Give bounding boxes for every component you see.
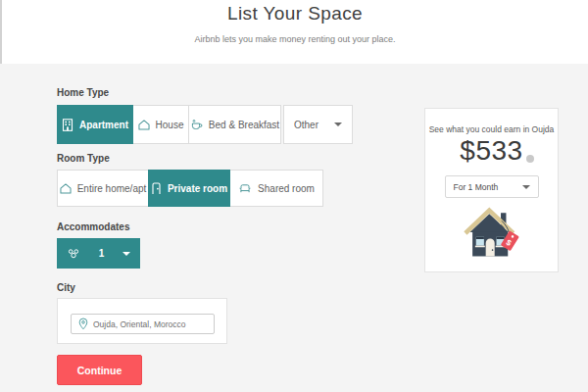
info-icon[interactable] <box>526 155 534 163</box>
accommodates-dropdown[interactable]: 1 <box>57 238 140 269</box>
option-label: Private room <box>168 183 227 194</box>
home-type-label: Home Type <box>57 87 109 98</box>
home-type-options: Apartment House Bed & Breakfast Other <box>57 105 353 144</box>
option-label: Entire home/apt <box>77 183 147 194</box>
period-value: For 1 Month <box>454 182 499 192</box>
room-type-entire-home-button[interactable]: Entire home/apt <box>57 170 149 207</box>
door-icon <box>151 182 162 195</box>
page-header: List Your Space Airbnb lets you make mon… <box>0 0 588 64</box>
home-type-other-dropdown[interactable]: Other <box>283 105 353 144</box>
chevron-down-icon <box>522 185 530 189</box>
continue-button[interactable]: Continue <box>57 355 142 385</box>
list-your-space-page: List Your Space Airbnb lets you make mon… <box>0 0 588 392</box>
chevron-down-icon <box>334 122 342 126</box>
coffee-cup-icon <box>190 119 203 131</box>
home-type-bed-breakfast-button[interactable]: Bed & Breakfast <box>188 105 281 144</box>
option-label: Apartment <box>79 120 128 130</box>
city-label: City <box>57 282 75 293</box>
room-type-options: Entire home/apt Private room Shared room <box>57 170 323 207</box>
option-label: Bed & Breakfast <box>209 120 279 130</box>
apartment-icon <box>62 119 74 131</box>
option-label: Other <box>294 120 318 130</box>
chevron-down-icon <box>122 252 130 256</box>
period-dropdown[interactable]: For 1 Month <box>445 175 539 198</box>
house-price-tag-illustration: $ <box>425 206 558 265</box>
city-input-wrap <box>71 314 215 334</box>
location-pin-icon <box>78 318 88 330</box>
option-label: House <box>156 120 184 130</box>
earnings-amount-row: $533 <box>460 135 522 167</box>
guests-icon <box>67 248 80 260</box>
home-type-house-button[interactable]: House <box>132 105 189 144</box>
house-icon <box>60 183 72 194</box>
city-input[interactable] <box>93 319 207 329</box>
sofa-icon <box>238 183 252 194</box>
accommodates-value: 1 <box>99 248 105 259</box>
earnings-heading: See what you could earn in Oujda <box>425 124 558 134</box>
accommodates-label: Accommodates <box>57 221 129 232</box>
page-subtitle: Airbnb lets you make money renting out y… <box>2 34 588 44</box>
option-label: Shared room <box>258 183 315 194</box>
earnings-amount: $533 <box>460 135 522 166</box>
room-type-private-room-button[interactable]: Private room <box>148 170 230 207</box>
city-card <box>57 298 227 344</box>
house-icon <box>138 120 150 130</box>
home-type-apartment-button[interactable]: Apartment <box>57 105 133 144</box>
room-type-label: Room Type <box>57 153 110 164</box>
room-type-shared-room-button[interactable]: Shared room <box>229 170 323 207</box>
earnings-panel: See what you could earn in Oujda $533 Fo… <box>424 108 559 272</box>
page-title: List Your Space <box>2 0 588 24</box>
